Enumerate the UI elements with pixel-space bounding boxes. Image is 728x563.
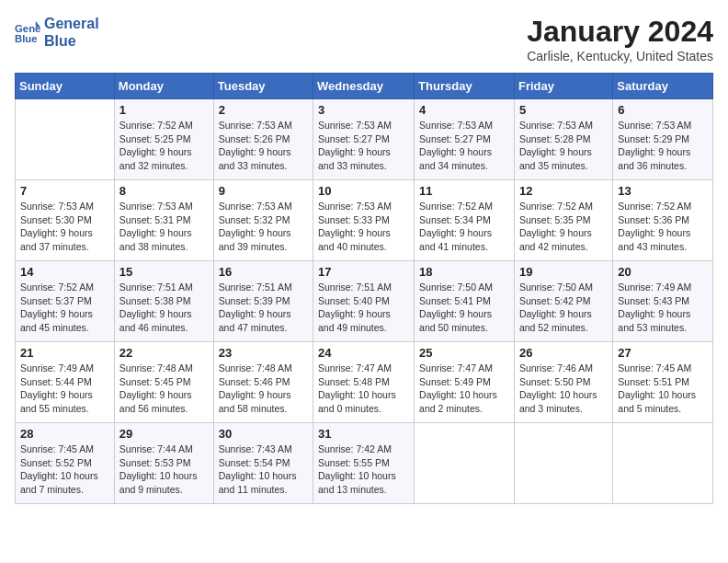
day-cell: 10Sunrise: 7:53 AMSunset: 5:33 PMDayligh… — [313, 180, 415, 261]
day-info: Sunrise: 7:49 AMSunset: 5:43 PMDaylight:… — [618, 281, 708, 335]
day-cell: 7Sunrise: 7:53 AMSunset: 5:30 PMDaylight… — [16, 180, 115, 261]
week-row-5: 28Sunrise: 7:45 AMSunset: 5:52 PMDayligh… — [16, 423, 713, 504]
day-info: Sunrise: 7:53 AMSunset: 5:27 PMDaylight:… — [318, 119, 409, 173]
day-cell: 6Sunrise: 7:53 AMSunset: 5:29 PMDaylight… — [613, 99, 713, 180]
day-cell: 8Sunrise: 7:53 AMSunset: 5:31 PMDaylight… — [114, 180, 213, 261]
day-number: 9 — [219, 184, 308, 198]
day-cell: 26Sunrise: 7:46 AMSunset: 5:50 PMDayligh… — [514, 342, 612, 423]
logo: General Blue General Blue — [15, 15, 99, 50]
week-row-1: 1Sunrise: 7:52 AMSunset: 5:25 PMDaylight… — [16, 99, 713, 180]
day-number: 4 — [419, 103, 509, 117]
day-cell: 14Sunrise: 7:52 AMSunset: 5:37 PMDayligh… — [16, 261, 115, 342]
day-cell: 17Sunrise: 7:51 AMSunset: 5:40 PMDayligh… — [313, 261, 415, 342]
day-info: Sunrise: 7:52 AMSunset: 5:37 PMDaylight:… — [20, 281, 109, 335]
day-number: 31 — [318, 427, 409, 441]
day-info: Sunrise: 7:51 AMSunset: 5:39 PMDaylight:… — [219, 281, 308, 335]
day-number: 3 — [318, 103, 409, 117]
day-cell: 30Sunrise: 7:43 AMSunset: 5:54 PMDayligh… — [213, 423, 313, 504]
location: Carlisle, Kentucky, United States — [527, 49, 713, 63]
day-info: Sunrise: 7:53 AMSunset: 5:30 PMDaylight:… — [20, 200, 109, 254]
day-info: Sunrise: 7:45 AMSunset: 5:51 PMDaylight:… — [618, 362, 708, 416]
day-cell: 15Sunrise: 7:51 AMSunset: 5:38 PMDayligh… — [114, 261, 213, 342]
day-info: Sunrise: 7:52 AMSunset: 5:25 PMDaylight:… — [119, 119, 209, 173]
day-info: Sunrise: 7:45 AMSunset: 5:52 PMDaylight:… — [20, 442, 109, 497]
header-day-monday: Monday — [114, 74, 213, 99]
day-number: 17 — [318, 265, 409, 279]
logo-icon: General Blue — [15, 19, 40, 45]
header-day-wednesday: Wednesday — [313, 74, 415, 99]
day-info: Sunrise: 7:42 AMSunset: 5:55 PMDaylight:… — [318, 442, 409, 497]
day-info: Sunrise: 7:46 AMSunset: 5:50 PMDaylight:… — [519, 362, 608, 416]
day-cell: 3Sunrise: 7:53 AMSunset: 5:27 PMDaylight… — [313, 99, 415, 180]
day-cell: 31Sunrise: 7:42 AMSunset: 5:55 PMDayligh… — [313, 423, 415, 504]
day-number: 10 — [318, 184, 409, 198]
day-number: 25 — [419, 346, 509, 360]
day-info: Sunrise: 7:50 AMSunset: 5:41 PMDaylight:… — [419, 281, 509, 335]
header-day-thursday: Thursday — [415, 74, 515, 99]
day-info: Sunrise: 7:51 AMSunset: 5:40 PMDaylight:… — [318, 281, 409, 335]
day-info: Sunrise: 7:53 AMSunset: 5:27 PMDaylight:… — [419, 119, 509, 173]
day-info: Sunrise: 7:52 AMSunset: 5:35 PMDaylight:… — [519, 200, 608, 254]
day-info: Sunrise: 7:53 AMSunset: 5:31 PMDaylight:… — [119, 200, 209, 254]
day-cell: 24Sunrise: 7:47 AMSunset: 5:48 PMDayligh… — [313, 342, 415, 423]
day-cell: 28Sunrise: 7:45 AMSunset: 5:52 PMDayligh… — [16, 423, 115, 504]
day-cell: 4Sunrise: 7:53 AMSunset: 5:27 PMDaylight… — [415, 99, 515, 180]
day-number: 24 — [318, 346, 409, 360]
header-day-friday: Friday — [514, 74, 612, 99]
day-cell: 5Sunrise: 7:53 AMSunset: 5:28 PMDaylight… — [514, 99, 612, 180]
title-block: January 2024 Carlisle, Kentucky, United … — [527, 15, 713, 63]
day-cell: 11Sunrise: 7:52 AMSunset: 5:34 PMDayligh… — [415, 180, 515, 261]
week-row-4: 21Sunrise: 7:49 AMSunset: 5:44 PMDayligh… — [16, 342, 713, 423]
day-number: 29 — [119, 427, 209, 441]
logo-text-blue: Blue — [44, 32, 99, 50]
page-header: General Blue General Blue January 2024 C… — [15, 15, 713, 63]
day-number: 22 — [119, 346, 209, 360]
day-info: Sunrise: 7:53 AMSunset: 5:32 PMDaylight:… — [219, 200, 308, 254]
day-number: 19 — [519, 265, 608, 279]
day-info: Sunrise: 7:47 AMSunset: 5:49 PMDaylight:… — [419, 362, 509, 416]
day-cell: 18Sunrise: 7:50 AMSunset: 5:41 PMDayligh… — [415, 261, 515, 342]
logo-text-general: General — [44, 15, 99, 32]
day-info: Sunrise: 7:51 AMSunset: 5:38 PMDaylight:… — [119, 281, 209, 335]
day-number: 7 — [20, 184, 109, 198]
day-info: Sunrise: 7:48 AMSunset: 5:46 PMDaylight:… — [219, 362, 308, 416]
day-number: 18 — [419, 265, 509, 279]
day-info: Sunrise: 7:50 AMSunset: 5:42 PMDaylight:… — [519, 281, 608, 335]
day-number: 15 — [119, 265, 209, 279]
day-number: 8 — [119, 184, 209, 198]
day-info: Sunrise: 7:47 AMSunset: 5:48 PMDaylight:… — [318, 362, 409, 416]
day-cell: 23Sunrise: 7:48 AMSunset: 5:46 PMDayligh… — [213, 342, 313, 423]
day-number: 16 — [219, 265, 308, 279]
calendar-table: SundayMondayTuesdayWednesdayThursdayFrid… — [15, 73, 713, 504]
day-info: Sunrise: 7:52 AMSunset: 5:36 PMDaylight:… — [618, 200, 708, 254]
day-cell: 20Sunrise: 7:49 AMSunset: 5:43 PMDayligh… — [613, 261, 713, 342]
day-cell: 12Sunrise: 7:52 AMSunset: 5:35 PMDayligh… — [514, 180, 612, 261]
day-cell — [16, 99, 115, 180]
day-number: 27 — [618, 346, 708, 360]
day-cell: 27Sunrise: 7:45 AMSunset: 5:51 PMDayligh… — [613, 342, 713, 423]
day-info: Sunrise: 7:53 AMSunset: 5:26 PMDaylight:… — [219, 119, 308, 173]
day-info: Sunrise: 7:44 AMSunset: 5:53 PMDaylight:… — [119, 442, 209, 497]
day-cell: 2Sunrise: 7:53 AMSunset: 5:26 PMDaylight… — [213, 99, 313, 180]
day-number: 23 — [219, 346, 308, 360]
day-number: 14 — [20, 265, 109, 279]
header-day-tuesday: Tuesday — [213, 74, 313, 99]
month-title: January 2024 — [527, 15, 713, 49]
day-cell: 21Sunrise: 7:49 AMSunset: 5:44 PMDayligh… — [16, 342, 115, 423]
day-number: 13 — [618, 184, 708, 198]
day-number: 2 — [219, 103, 308, 117]
day-info: Sunrise: 7:53 AMSunset: 5:29 PMDaylight:… — [618, 119, 708, 173]
header-day-sunday: Sunday — [16, 74, 115, 99]
day-cell: 22Sunrise: 7:48 AMSunset: 5:45 PMDayligh… — [114, 342, 213, 423]
day-cell — [514, 423, 612, 504]
day-info: Sunrise: 7:49 AMSunset: 5:44 PMDaylight:… — [20, 362, 109, 416]
day-cell: 16Sunrise: 7:51 AMSunset: 5:39 PMDayligh… — [213, 261, 313, 342]
day-cell — [613, 423, 713, 504]
day-cell: 25Sunrise: 7:47 AMSunset: 5:49 PMDayligh… — [415, 342, 515, 423]
day-info: Sunrise: 7:52 AMSunset: 5:34 PMDaylight:… — [419, 200, 509, 254]
day-number: 28 — [20, 427, 109, 441]
week-row-2: 7Sunrise: 7:53 AMSunset: 5:30 PMDaylight… — [16, 180, 713, 261]
day-number: 5 — [519, 103, 608, 117]
day-cell: 1Sunrise: 7:52 AMSunset: 5:25 PMDaylight… — [114, 99, 213, 180]
day-cell — [415, 423, 515, 504]
